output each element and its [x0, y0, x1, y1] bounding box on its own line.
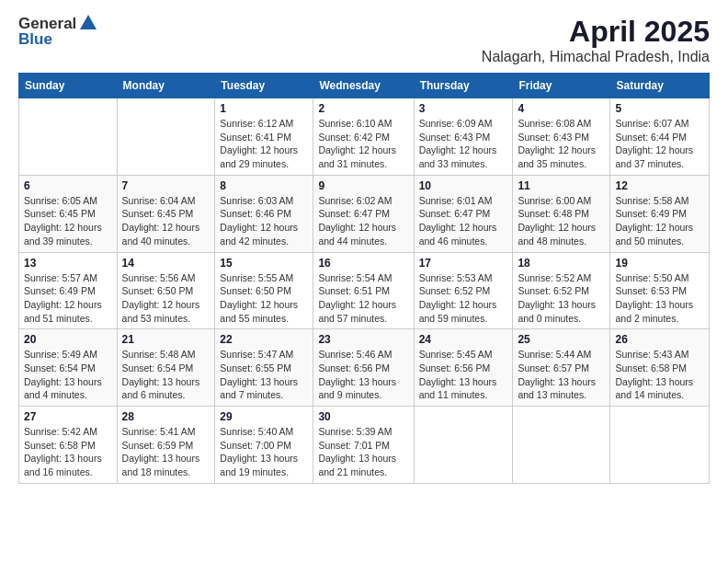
day-info: Sunrise: 6:08 AM Sunset: 6:43 PM Dayligh…: [518, 117, 605, 171]
col-friday: Friday: [513, 74, 610, 98]
calendar-cell: 25Sunrise: 5:44 AM Sunset: 6:57 PM Dayli…: [513, 329, 610, 407]
day-info: Sunrise: 5:42 AM Sunset: 6:58 PM Dayligh…: [24, 425, 112, 479]
day-number: 24: [419, 333, 508, 346]
day-info: Sunrise: 5:55 AM Sunset: 6:50 PM Dayligh…: [220, 271, 308, 326]
col-tuesday: Tuesday: [215, 74, 313, 98]
day-info: Sunrise: 5:48 AM Sunset: 6:54 PM Dayligh…: [122, 348, 210, 402]
day-number: 15: [220, 257, 308, 270]
page: General Blue April 2025 Nalagarh, Himach…: [0, 0, 728, 499]
calendar-cell: 20Sunrise: 5:49 AM Sunset: 6:54 PM Dayli…: [19, 329, 118, 407]
calendar-cell: 17Sunrise: 5:53 AM Sunset: 6:52 PM Dayli…: [414, 252, 513, 329]
calendar-cell: 5Sunrise: 6:07 AM Sunset: 6:44 PM Daylig…: [610, 98, 710, 176]
calendar-cell: 10Sunrise: 6:01 AM Sunset: 6:47 PM Dayli…: [414, 175, 513, 252]
calendar-cell: 26Sunrise: 5:43 AM Sunset: 6:58 PM Dayli…: [610, 329, 710, 407]
col-thursday: Thursday: [414, 74, 513, 98]
col-saturday: Saturday: [610, 74, 710, 98]
calendar-table: Sunday Monday Tuesday Wednesday Thursday…: [18, 73, 710, 484]
day-number: 19: [615, 257, 704, 270]
col-monday: Monday: [117, 74, 215, 98]
main-title: April 2025: [482, 15, 710, 49]
calendar-cell: 27Sunrise: 5:42 AM Sunset: 6:58 PM Dayli…: [19, 407, 118, 484]
day-info: Sunrise: 5:46 AM Sunset: 6:56 PM Dayligh…: [318, 348, 408, 402]
calendar-week-row: 6Sunrise: 6:05 AM Sunset: 6:45 PM Daylig…: [19, 175, 710, 252]
day-info: Sunrise: 5:45 AM Sunset: 6:56 PM Dayligh…: [419, 348, 508, 402]
calendar-cell: [513, 407, 610, 484]
day-number: 2: [318, 102, 408, 115]
calendar-cell: 16Sunrise: 5:54 AM Sunset: 6:51 PM Dayli…: [313, 252, 414, 329]
col-wednesday: Wednesday: [313, 74, 414, 98]
day-number: 12: [615, 179, 704, 192]
calendar-cell: 2Sunrise: 6:10 AM Sunset: 6:42 PM Daylig…: [313, 98, 414, 176]
calendar-cell: 30Sunrise: 5:39 AM Sunset: 7:01 PM Dayli…: [313, 407, 414, 484]
title-block: April 2025 Nalagarh, Himachal Pradesh, I…: [482, 15, 710, 65]
day-info: Sunrise: 5:54 AM Sunset: 6:51 PM Dayligh…: [318, 271, 408, 326]
day-number: 17: [419, 257, 508, 270]
calendar-cell: 13Sunrise: 5:57 AM Sunset: 6:49 PM Dayli…: [19, 252, 118, 329]
calendar-cell: [414, 407, 513, 484]
day-info: Sunrise: 6:07 AM Sunset: 6:44 PM Dayligh…: [615, 117, 704, 171]
day-info: Sunrise: 6:10 AM Sunset: 6:42 PM Dayligh…: [318, 117, 408, 171]
day-info: Sunrise: 6:02 AM Sunset: 6:47 PM Dayligh…: [318, 194, 408, 248]
calendar-cell: 9Sunrise: 6:02 AM Sunset: 6:47 PM Daylig…: [313, 175, 414, 252]
subtitle: Nalagarh, Himachal Pradesh, India: [482, 49, 710, 65]
calendar-cell: 18Sunrise: 5:52 AM Sunset: 6:52 PM Dayli…: [513, 252, 610, 329]
day-number: 3: [419, 102, 508, 115]
day-number: 4: [518, 102, 605, 115]
day-number: 13: [24, 257, 112, 270]
calendar-body: 1Sunrise: 6:12 AM Sunset: 6:41 PM Daylig…: [19, 98, 710, 484]
day-info: Sunrise: 5:43 AM Sunset: 6:58 PM Dayligh…: [615, 348, 704, 402]
day-number: 16: [318, 257, 408, 270]
day-info: Sunrise: 5:56 AM Sunset: 6:50 PM Dayligh…: [122, 271, 210, 326]
calendar-cell: 4Sunrise: 6:08 AM Sunset: 6:43 PM Daylig…: [513, 98, 610, 176]
day-info: Sunrise: 6:01 AM Sunset: 6:47 PM Dayligh…: [419, 194, 508, 248]
day-info: Sunrise: 5:41 AM Sunset: 6:59 PM Dayligh…: [122, 425, 210, 479]
day-number: 26: [615, 333, 704, 346]
day-number: 23: [318, 333, 408, 346]
calendar-cell: [610, 407, 710, 484]
day-info: Sunrise: 5:49 AM Sunset: 6:54 PM Dayligh…: [24, 348, 112, 402]
logo: General Blue: [18, 15, 98, 49]
calendar-cell: 1Sunrise: 6:12 AM Sunset: 6:41 PM Daylig…: [215, 98, 313, 176]
day-info: Sunrise: 5:52 AM Sunset: 6:52 PM Dayligh…: [518, 271, 605, 326]
svg-marker-0: [80, 15, 97, 29]
calendar-cell: [117, 98, 215, 176]
calendar-cell: 15Sunrise: 5:55 AM Sunset: 6:50 PM Dayli…: [215, 252, 313, 329]
header-row: Sunday Monday Tuesday Wednesday Thursday…: [19, 74, 710, 98]
calendar-cell: 8Sunrise: 6:03 AM Sunset: 6:46 PM Daylig…: [215, 175, 313, 252]
day-number: 30: [318, 410, 408, 423]
logo-icon: [78, 13, 98, 33]
calendar-cell: [19, 98, 118, 176]
calendar-cell: 6Sunrise: 6:05 AM Sunset: 6:45 PM Daylig…: [19, 175, 118, 252]
calendar-week-row: 20Sunrise: 5:49 AM Sunset: 6:54 PM Dayli…: [19, 329, 710, 407]
calendar-cell: 24Sunrise: 5:45 AM Sunset: 6:56 PM Dayli…: [414, 329, 513, 407]
day-number: 11: [518, 179, 605, 192]
day-number: 22: [220, 333, 308, 346]
day-number: 27: [24, 410, 112, 423]
day-info: Sunrise: 5:57 AM Sunset: 6:49 PM Dayligh…: [24, 271, 112, 326]
calendar-cell: 28Sunrise: 5:41 AM Sunset: 6:59 PM Dayli…: [117, 407, 215, 484]
day-info: Sunrise: 5:40 AM Sunset: 7:00 PM Dayligh…: [220, 425, 308, 479]
day-number: 6: [24, 179, 112, 192]
day-info: Sunrise: 6:12 AM Sunset: 6:41 PM Dayligh…: [220, 117, 308, 171]
calendar-cell: 7Sunrise: 6:04 AM Sunset: 6:45 PM Daylig…: [117, 175, 215, 252]
day-info: Sunrise: 5:50 AM Sunset: 6:53 PM Dayligh…: [615, 271, 704, 326]
day-number: 14: [122, 257, 210, 270]
day-info: Sunrise: 5:44 AM Sunset: 6:57 PM Dayligh…: [518, 348, 605, 402]
day-number: 20: [24, 333, 112, 346]
calendar-cell: 23Sunrise: 5:46 AM Sunset: 6:56 PM Dayli…: [313, 329, 414, 407]
logo-blue-text: Blue: [18, 31, 98, 49]
day-number: 9: [318, 179, 408, 192]
day-info: Sunrise: 6:09 AM Sunset: 6:43 PM Dayligh…: [419, 117, 508, 171]
day-info: Sunrise: 6:05 AM Sunset: 6:45 PM Dayligh…: [24, 194, 112, 248]
day-number: 5: [615, 102, 704, 115]
day-number: 28: [122, 410, 210, 423]
day-number: 7: [122, 179, 210, 192]
day-info: Sunrise: 5:58 AM Sunset: 6:49 PM Dayligh…: [615, 194, 704, 248]
day-info: Sunrise: 5:47 AM Sunset: 6:55 PM Dayligh…: [220, 348, 308, 402]
calendar-cell: 14Sunrise: 5:56 AM Sunset: 6:50 PM Dayli…: [117, 252, 215, 329]
day-number: 21: [122, 333, 210, 346]
calendar-cell: 3Sunrise: 6:09 AM Sunset: 6:43 PM Daylig…: [414, 98, 513, 176]
calendar-cell: 11Sunrise: 6:00 AM Sunset: 6:48 PM Dayli…: [513, 175, 610, 252]
header: General Blue April 2025 Nalagarh, Himach…: [18, 15, 710, 65]
calendar-header: Sunday Monday Tuesday Wednesday Thursday…: [19, 74, 710, 98]
